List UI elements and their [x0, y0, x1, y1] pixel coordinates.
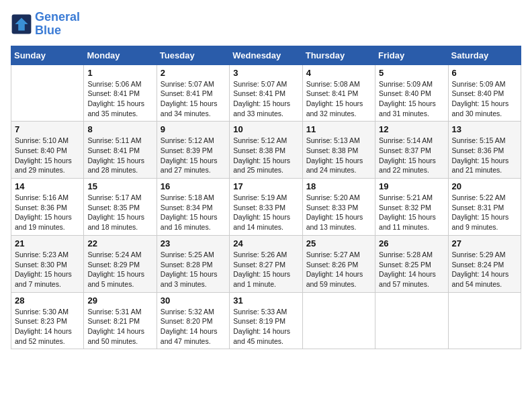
day-number: 3 [233, 68, 298, 78]
day-number: 11 [306, 124, 371, 134]
day-info: Sunrise: 5:14 AM Sunset: 8:37 PM Dayligh… [379, 136, 444, 175]
day-number: 17 [233, 181, 298, 191]
calendar-cell: 3 Sunrise: 5:07 AM Sunset: 8:41 PM Dayli… [230, 64, 302, 122]
day-info: Sunrise: 5:21 AM Sunset: 8:32 PM Dayligh… [379, 193, 444, 232]
calendar-cell: 7 Sunrise: 5:10 AM Sunset: 8:40 PM Dayli… [11, 122, 84, 179]
day-info: Sunrise: 5:22 AM Sunset: 8:31 PM Dayligh… [452, 193, 517, 232]
day-number: 23 [161, 238, 226, 248]
calendar-cell: 1 Sunrise: 5:06 AM Sunset: 8:41 PM Dayli… [84, 64, 157, 122]
day-info: Sunrise: 5:07 AM Sunset: 8:41 PM Dayligh… [161, 79, 226, 119]
day-info: Sunrise: 5:25 AM Sunset: 8:28 PM Dayligh… [161, 250, 226, 289]
weekday-header: Monday [84, 46, 157, 64]
day-number: 13 [452, 124, 517, 134]
calendar-table: SundayMondayTuesdayWednesdayThursdayFrid… [11, 46, 521, 350]
calendar-cell: 28 Sunrise: 5:30 AM Sunset: 8:23 PM Dayl… [11, 292, 84, 349]
weekday-header: Wednesday [230, 46, 302, 64]
day-number: 28 [15, 295, 80, 306]
logo: General Blue [11, 11, 80, 38]
calendar-cell [11, 64, 84, 122]
day-number: 20 [452, 181, 517, 191]
calendar-cell: 11 Sunrise: 5:13 AM Sunset: 8:38 PM Dayl… [302, 122, 375, 179]
calendar-cell: 15 Sunrise: 5:17 AM Sunset: 8:35 PM Dayl… [84, 179, 157, 236]
calendar-cell: 25 Sunrise: 5:27 AM Sunset: 8:26 PM Dayl… [302, 235, 375, 292]
calendar-cell: 12 Sunrise: 5:14 AM Sunset: 8:37 PM Dayl… [375, 122, 448, 179]
day-info: Sunrise: 5:33 AM Sunset: 8:19 PM Dayligh… [233, 307, 298, 347]
day-info: Sunrise: 5:28 AM Sunset: 8:25 PM Dayligh… [379, 250, 444, 289]
day-info: Sunrise: 5:27 AM Sunset: 8:26 PM Dayligh… [306, 250, 371, 289]
day-info: Sunrise: 5:26 AM Sunset: 8:27 PM Dayligh… [233, 250, 298, 289]
calendar-cell: 20 Sunrise: 5:22 AM Sunset: 8:31 PM Dayl… [448, 179, 521, 236]
day-number: 31 [233, 295, 298, 306]
day-number: 24 [233, 238, 298, 248]
calendar-cell: 10 Sunrise: 5:12 AM Sunset: 8:38 PM Dayl… [230, 122, 302, 179]
day-info: Sunrise: 5:09 AM Sunset: 8:40 PM Dayligh… [379, 79, 444, 119]
day-info: Sunrise: 5:20 AM Sunset: 8:33 PM Dayligh… [306, 193, 371, 232]
page-container: General Blue SundayMondayTuesdayWednesda… [11, 11, 521, 349]
day-info: Sunrise: 5:32 AM Sunset: 8:20 PM Dayligh… [161, 307, 226, 347]
day-number: 6 [452, 68, 517, 78]
day-number: 18 [306, 181, 371, 191]
weekday-header-row: SundayMondayTuesdayWednesdayThursdayFrid… [11, 46, 521, 64]
calendar-week-row: 21 Sunrise: 5:23 AM Sunset: 8:30 PM Dayl… [11, 235, 521, 292]
calendar-cell [448, 292, 521, 349]
calendar-cell: 9 Sunrise: 5:12 AM Sunset: 8:39 PM Dayli… [157, 122, 229, 179]
calendar-cell: 18 Sunrise: 5:20 AM Sunset: 8:33 PM Dayl… [302, 179, 375, 236]
calendar-cell: 30 Sunrise: 5:32 AM Sunset: 8:20 PM Dayl… [157, 292, 229, 349]
day-number: 26 [379, 238, 444, 248]
calendar-cell [302, 292, 375, 349]
day-info: Sunrise: 5:12 AM Sunset: 8:39 PM Dayligh… [161, 136, 226, 175]
logo-icon [11, 13, 32, 35]
day-info: Sunrise: 5:18 AM Sunset: 8:34 PM Dayligh… [161, 193, 226, 232]
day-info: Sunrise: 5:30 AM Sunset: 8:23 PM Dayligh… [15, 307, 80, 347]
calendar-cell: 6 Sunrise: 5:09 AM Sunset: 8:40 PM Dayli… [448, 64, 521, 122]
day-info: Sunrise: 5:31 AM Sunset: 8:21 PM Dayligh… [87, 307, 152, 347]
day-number: 1 [87, 68, 152, 78]
calendar-week-row: 7 Sunrise: 5:10 AM Sunset: 8:40 PM Dayli… [11, 122, 521, 179]
calendar-cell [375, 292, 448, 349]
calendar-cell: 13 Sunrise: 5:15 AM Sunset: 8:36 PM Dayl… [448, 122, 521, 179]
day-info: Sunrise: 5:07 AM Sunset: 8:41 PM Dayligh… [233, 79, 298, 119]
calendar-cell: 29 Sunrise: 5:31 AM Sunset: 8:21 PM Dayl… [84, 292, 157, 349]
calendar-cell: 4 Sunrise: 5:08 AM Sunset: 8:41 PM Dayli… [302, 64, 375, 122]
day-number: 27 [452, 238, 517, 248]
calendar-cell: 27 Sunrise: 5:29 AM Sunset: 8:24 PM Dayl… [448, 235, 521, 292]
day-number: 4 [306, 68, 371, 78]
calendar-cell: 17 Sunrise: 5:19 AM Sunset: 8:33 PM Dayl… [230, 179, 302, 236]
calendar-cell: 22 Sunrise: 5:24 AM Sunset: 8:29 PM Dayl… [84, 235, 157, 292]
day-number: 12 [379, 124, 444, 134]
day-number: 22 [87, 238, 152, 248]
day-number: 9 [161, 124, 226, 134]
day-number: 29 [87, 295, 152, 306]
day-number: 8 [87, 124, 152, 134]
day-info: Sunrise: 5:17 AM Sunset: 8:35 PM Dayligh… [87, 193, 152, 232]
day-number: 2 [161, 68, 226, 78]
weekday-header: Saturday [448, 46, 521, 64]
calendar-cell: 19 Sunrise: 5:21 AM Sunset: 8:32 PM Dayl… [375, 179, 448, 236]
day-number: 30 [161, 295, 226, 306]
logo-text: General Blue [35, 11, 80, 38]
weekday-header: Thursday [302, 46, 375, 64]
day-info: Sunrise: 5:23 AM Sunset: 8:30 PM Dayligh… [15, 250, 80, 289]
day-info: Sunrise: 5:09 AM Sunset: 8:40 PM Dayligh… [452, 79, 517, 119]
weekday-header: Sunday [11, 46, 84, 64]
calendar-cell: 24 Sunrise: 5:26 AM Sunset: 8:27 PM Dayl… [230, 235, 302, 292]
calendar-cell: 26 Sunrise: 5:28 AM Sunset: 8:25 PM Dayl… [375, 235, 448, 292]
calendar-cell: 8 Sunrise: 5:11 AM Sunset: 8:41 PM Dayli… [84, 122, 157, 179]
day-info: Sunrise: 5:10 AM Sunset: 8:40 PM Dayligh… [15, 136, 80, 175]
calendar-cell: 23 Sunrise: 5:25 AM Sunset: 8:28 PM Dayl… [157, 235, 229, 292]
day-info: Sunrise: 5:13 AM Sunset: 8:38 PM Dayligh… [306, 136, 371, 175]
day-info: Sunrise: 5:06 AM Sunset: 8:41 PM Dayligh… [87, 79, 152, 119]
calendar-week-row: 14 Sunrise: 5:16 AM Sunset: 8:36 PM Dayl… [11, 179, 521, 236]
day-number: 15 [87, 181, 152, 191]
day-number: 21 [15, 238, 80, 248]
calendar-cell: 21 Sunrise: 5:23 AM Sunset: 8:30 PM Dayl… [11, 235, 84, 292]
weekday-header: Tuesday [157, 46, 229, 64]
day-number: 5 [379, 68, 444, 78]
calendar-week-row: 28 Sunrise: 5:30 AM Sunset: 8:23 PM Dayl… [11, 292, 521, 349]
weekday-header: Friday [375, 46, 448, 64]
header: General Blue [11, 11, 521, 38]
calendar-cell: 2 Sunrise: 5:07 AM Sunset: 8:41 PM Dayli… [157, 64, 229, 122]
day-info: Sunrise: 5:24 AM Sunset: 8:29 PM Dayligh… [87, 250, 152, 289]
day-number: 7 [15, 124, 80, 134]
day-info: Sunrise: 5:19 AM Sunset: 8:33 PM Dayligh… [233, 193, 298, 232]
